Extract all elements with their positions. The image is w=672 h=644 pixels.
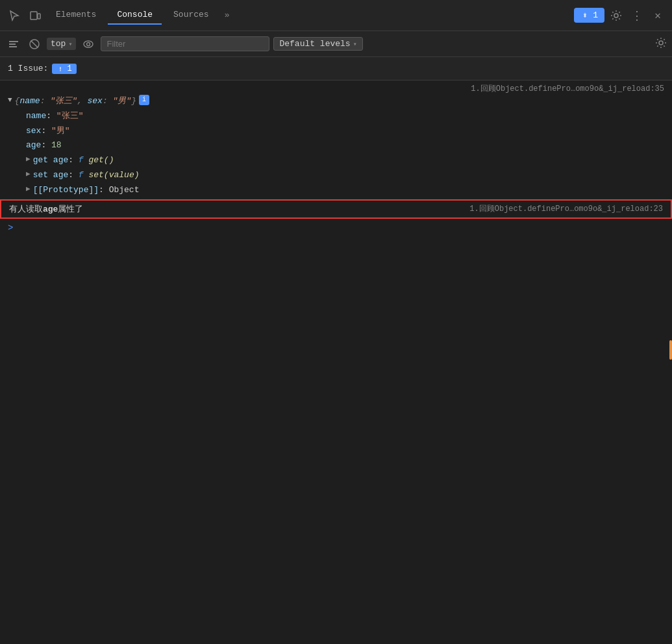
block-icon[interactable]	[26, 36, 43, 53]
device-icon[interactable]	[26, 6, 44, 25]
default-levels-selector[interactable]: Default levels ▾	[273, 37, 362, 51]
issue-badge[interactable]: 1	[52, 64, 76, 74]
obj-root-line: ▼ {name: "张三", sex: "男"} i	[0, 94, 672, 109]
tab-sources[interactable]: Sources	[164, 6, 218, 25]
source-link-line-1: 1.回顾Object.definePro…omo9o&_ij_reload:35	[0, 80, 672, 94]
prop-sex: sex : "男"	[0, 124, 672, 139]
filter-input[interactable]	[101, 36, 269, 51]
dropdown-arrow: ▾	[68, 40, 72, 48]
devtools-toolbar: Elements Console Sources » 1 ⋮ ✕	[0, 0, 672, 31]
cursor-line: >	[0, 220, 672, 236]
more-options-icon[interactable]: ⋮	[628, 6, 646, 25]
svg-point-7	[84, 41, 93, 47]
levels-dropdown-arrow: ▾	[353, 40, 357, 48]
prop-name: name : "张三"	[0, 109, 672, 124]
console-output: 1.回顾Object.definePro…omo9o&_ij_reload:35…	[0, 80, 672, 644]
set-age-expand[interactable]: ▶	[26, 169, 31, 180]
prototype-expand[interactable]: ▶	[26, 184, 31, 195]
cursor-chevron[interactable]: >	[8, 223, 13, 233]
svg-rect-1	[38, 14, 40, 19]
console-warn-line: 有人读取age属性了 1.回顾Object.definePro…omo9o&_i…	[0, 199, 672, 219]
context-label: top	[51, 39, 66, 49]
close-icon[interactable]: ✕	[649, 6, 667, 25]
issue-count: 1	[67, 64, 71, 73]
get-age-expand[interactable]: ▶	[26, 154, 31, 166]
issue-label: 1 Issue:	[8, 64, 48, 73]
prop-prototype: ▶ [[Prototype]] : Object	[0, 183, 672, 198]
source-link-2[interactable]: 1.回顾Object.definePro…omo9o&_ij_reload:23	[469, 203, 663, 214]
context-selector[interactable]: top ▾	[47, 38, 76, 50]
more-tabs-icon[interactable]: »	[221, 8, 234, 23]
issues-badge-button[interactable]: 1	[574, 8, 604, 23]
tab-console[interactable]: Console	[108, 6, 162, 25]
svg-rect-2	[581, 12, 589, 19]
tab-elements[interactable]: Elements	[47, 6, 105, 25]
issues-count: 1	[593, 10, 598, 20]
prop-get-age: ▶ get age : f get()	[0, 153, 672, 168]
svg-point-3	[584, 12, 585, 13]
warn-message: 有人读取age属性了	[9, 203, 469, 215]
console-settings-icon[interactable]	[655, 37, 667, 51]
console-toolbar: top ▾ Default levels ▾	[0, 31, 672, 57]
prop-set-age: ▶ set age : f set(value)	[0, 168, 672, 183]
svg-point-9	[659, 41, 663, 45]
execute-context-icon[interactable]	[5, 36, 22, 53]
obj-expand-arrow[interactable]: ▼	[8, 95, 12, 106]
obj-summary: {name: "张三", sex: "男"}	[15, 95, 136, 108]
toolbar-right: 1 ⋮ ✕	[574, 6, 667, 25]
settings-icon[interactable]	[607, 6, 625, 25]
info-badge[interactable]: i	[139, 95, 149, 105]
cursor-icon[interactable]	[5, 6, 23, 25]
eye-icon[interactable]	[80, 36, 97, 53]
issue-bar: 1 Issue: 1	[0, 57, 672, 80]
scroll-indicator	[669, 340, 672, 360]
prop-age: age : 18	[0, 138, 672, 153]
svg-point-4	[614, 14, 618, 18]
svg-rect-0	[31, 12, 37, 19]
default-levels-label: Default levels	[279, 39, 350, 49]
svg-line-6	[31, 40, 38, 47]
svg-point-8	[87, 42, 90, 45]
source-link-1[interactable]: 1.回顾Object.definePro…omo9o&_ij_reload:35	[471, 83, 664, 94]
